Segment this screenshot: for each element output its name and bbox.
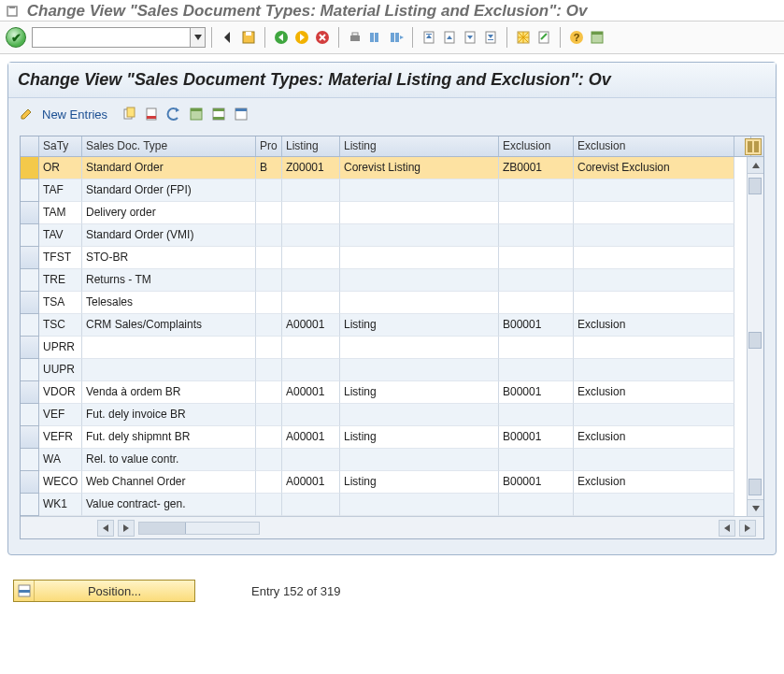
cell-exclusion[interactable]	[499, 494, 574, 516]
cell-listing-desc[interactable]	[340, 359, 499, 381]
cell-listing[interactable]	[282, 359, 340, 381]
cell-exclusion-desc[interactable]: Exclusion	[574, 471, 734, 494]
row-selector[interactable]	[21, 292, 39, 314]
cell-exclusion-desc[interactable]	[574, 337, 734, 359]
row-selector[interactable]	[21, 426, 39, 449]
hscroll-track[interactable]	[138, 522, 260, 535]
row-selector[interactable]	[21, 269, 39, 292]
new-entries-button[interactable]: New Entries	[42, 108, 107, 122]
cell-listing[interactable]	[282, 404, 340, 426]
col-listing-desc[interactable]: Listing	[340, 136, 499, 156]
position-button[interactable]: Position...	[13, 580, 195, 602]
cell-listing[interactable]	[282, 269, 340, 292]
cell-listing[interactable]	[282, 494, 340, 516]
cell-sdt[interactable]: Standard Order (FPI)	[82, 179, 256, 202]
cell-pro[interactable]: B	[256, 157, 282, 179]
row-selector[interactable]	[21, 157, 39, 179]
cell-listing[interactable]: Z00001	[282, 157, 340, 179]
cell-listing-desc[interactable]: Listing	[340, 471, 499, 494]
cell-sdt[interactable]: Rel. to value contr.	[82, 449, 256, 471]
cell-exclusion-desc[interactable]: Exclusion	[574, 314, 734, 337]
table-row[interactable]: WECOWeb Channel OrderA00001ListingB00001…	[21, 471, 763, 494]
cell-exclusion[interactable]: B00001	[499, 381, 574, 404]
cell-exclusion-desc[interactable]	[574, 269, 734, 292]
last-page-icon[interactable]	[480, 27, 501, 48]
cell-listing[interactable]	[282, 179, 340, 202]
cell-listing-desc[interactable]	[340, 269, 499, 292]
cell-sdt[interactable]: Value contract- gen.	[82, 494, 256, 516]
vertical-scrollbar[interactable]	[747, 157, 763, 516]
cell-exclusion[interactable]	[499, 247, 574, 269]
cell-listing[interactable]	[282, 449, 340, 471]
cell-listing-desc[interactable]	[340, 247, 499, 269]
cell-exclusion[interactable]	[499, 337, 574, 359]
row-selector[interactable]	[21, 381, 39, 404]
cell-sdt[interactable]: Delivery order	[82, 202, 256, 224]
row-selector[interactable]	[21, 224, 39, 247]
cell-sdt[interactable]: Venda à ordem BR	[82, 381, 256, 404]
cell-listing-desc[interactable]: Corevist Listing	[340, 157, 499, 179]
cell-saty[interactable]: TRE	[39, 269, 82, 292]
cell-exclusion-desc[interactable]: Exclusion	[574, 381, 734, 404]
table-row[interactable]: VEFFut. dely invoice BR	[21, 404, 763, 426]
find-icon[interactable]	[365, 27, 386, 48]
cell-exclusion-desc[interactable]	[574, 247, 734, 269]
change-icon[interactable]	[16, 104, 36, 124]
hscroll-left2-icon[interactable]	[719, 520, 735, 537]
cell-pro[interactable]	[256, 269, 282, 292]
cell-exclusion[interactable]	[499, 449, 574, 471]
cell-pro[interactable]	[256, 224, 282, 247]
cell-listing-desc[interactable]	[340, 179, 499, 202]
table-row[interactable]: UPRR	[21, 337, 763, 359]
cell-saty[interactable]: TAM	[39, 202, 82, 224]
cell-exclusion-desc[interactable]	[574, 292, 734, 314]
row-selector[interactable]	[21, 314, 39, 337]
table-row[interactable]: TAMDelivery order	[21, 202, 763, 224]
cell-exclusion-desc[interactable]	[574, 404, 734, 426]
cell-sdt[interactable]: Fut. dely invoice BR	[82, 404, 256, 426]
cell-exclusion-desc[interactable]: Corevist Exclusion	[574, 157, 734, 179]
table-row[interactable]: TSCCRM Sales/ComplaintsA00001ListingB000…	[21, 314, 763, 337]
cell-exclusion[interactable]: B00001	[499, 314, 574, 337]
cell-listing[interactable]: A00001	[282, 426, 340, 449]
row-selector[interactable]	[21, 494, 39, 516]
cell-sdt[interactable]: Standard Order (VMI)	[82, 224, 256, 247]
cell-sdt[interactable]: Standard Order	[82, 157, 256, 179]
cell-listing-desc[interactable]: Listing	[340, 381, 499, 404]
deselect-all-icon[interactable]	[231, 104, 251, 124]
cell-pro[interactable]	[256, 494, 282, 516]
cell-sdt[interactable]: CRM Sales/Complaints	[82, 314, 256, 337]
cell-exclusion-desc[interactable]	[574, 202, 734, 224]
table-row[interactable]: VEFRFut. dely shipmnt BRA00001ListingB00…	[21, 426, 763, 449]
cell-pro[interactable]	[256, 359, 282, 381]
cell-pro[interactable]	[256, 471, 282, 494]
cell-sdt[interactable]	[82, 359, 256, 381]
configure-columns-icon[interactable]	[745, 138, 762, 155]
cell-pro[interactable]	[256, 202, 282, 224]
hscroll-thumb[interactable]	[139, 523, 186, 534]
cell-listing-desc[interactable]	[340, 292, 499, 314]
cell-listing-desc[interactable]	[340, 404, 499, 426]
copy-as-icon[interactable]	[119, 104, 139, 124]
print-icon[interactable]	[345, 27, 365, 48]
cell-listing[interactable]: A00001	[282, 471, 340, 494]
create-shortcut-icon[interactable]	[534, 27, 554, 48]
next-page-icon[interactable]	[460, 27, 480, 48]
cell-listing[interactable]	[282, 337, 340, 359]
cell-exclusion[interactable]: B00001	[499, 471, 574, 494]
col-exclusion[interactable]: Exclusion	[499, 136, 574, 156]
table-row[interactable]: ORStandard OrderBZ00001Corevist ListingZ…	[21, 157, 763, 179]
row-selector[interactable]	[21, 404, 39, 426]
prev-page-icon[interactable]	[439, 27, 460, 48]
back-icon[interactable]	[218, 27, 238, 48]
cell-exclusion[interactable]	[499, 179, 574, 202]
cell-saty[interactable]: WA	[39, 449, 82, 471]
cell-saty[interactable]: VEFR	[39, 426, 82, 449]
scroll-down-icon[interactable]	[748, 499, 763, 516]
cell-saty[interactable]: WK1	[39, 494, 82, 516]
row-selector[interactable]	[21, 202, 39, 224]
new-session-icon[interactable]	[513, 27, 534, 48]
cancel-icon[interactable]	[312, 27, 333, 48]
cell-listing-desc[interactable]	[340, 202, 499, 224]
cell-pro[interactable]	[256, 179, 282, 202]
